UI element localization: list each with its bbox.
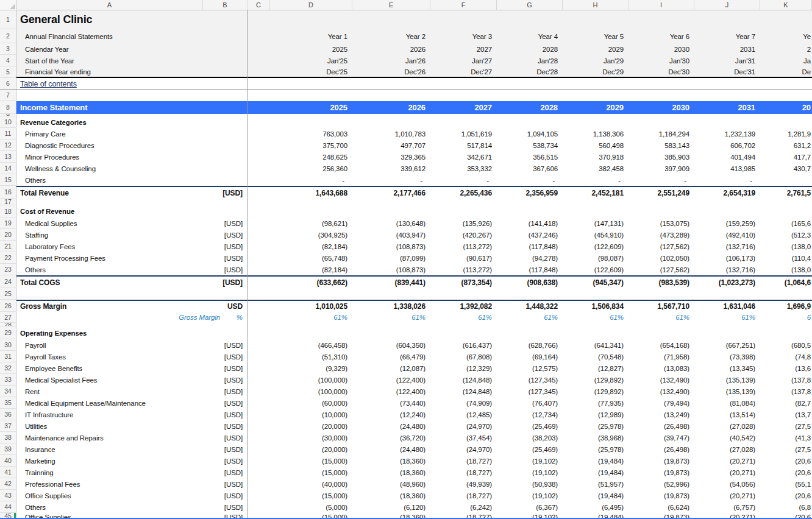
cell-value[interactable]: (25,469) (497, 420, 563, 432)
percent-unit-label[interactable]: % (220, 312, 248, 323)
cell-value[interactable]: (113,272) (430, 241, 497, 252)
cell-value[interactable]: 375,700 (270, 139, 352, 151)
cell-value[interactable]: (633,662) (270, 277, 352, 288)
column-letter[interactable]: G (497, 0, 563, 10)
unit-label[interactable]: [USD] (203, 432, 248, 443)
cell-value[interactable]: (48,960) (352, 478, 430, 490)
cell-value[interactable]: Dec'28 (497, 66, 563, 77)
empty-cell[interactable] (248, 128, 270, 139)
cell-value[interactable]: 1,448,322 (497, 301, 563, 312)
cell-value[interactable]: (6,495) (563, 501, 629, 513)
unit-label[interactable]: [USD] (203, 217, 248, 229)
line-item-label[interactable]: Office Supplies (16, 490, 203, 501)
cell-value[interactable]: 1,010,783 (352, 128, 430, 139)
empty-cell[interactable] (248, 409, 270, 420)
cell-value[interactable]: (19,484) (563, 467, 629, 478)
cell-value[interactable]: (6,242) (430, 501, 497, 513)
cell-value[interactable]: (73,440) (352, 397, 430, 409)
unit-label[interactable]: [USD] (203, 397, 248, 409)
row-number[interactable]: 5 (0, 66, 16, 78)
cell-value[interactable]: Year 1 (270, 29, 352, 43)
line-item-label[interactable]: Medical Supplies (16, 217, 203, 229)
cell-value[interactable]: (18,727) (430, 467, 497, 478)
section-title[interactable]: Income Statement (16, 101, 270, 114)
cell-value[interactable]: (12,734) (497, 409, 563, 420)
cell-value[interactable]: 2,654,319 (694, 187, 760, 199)
cell-value[interactable]: (127,562) (629, 264, 694, 275)
cell-value[interactable]: - (430, 174, 497, 186)
cell-value[interactable]: (81,084) (694, 397, 760, 409)
cell-value[interactable]: (50,938) (497, 478, 563, 490)
column-letter[interactable]: F (430, 0, 497, 10)
cell-value[interactable]: (38,968) (563, 432, 629, 443)
empty-cell[interactable] (248, 139, 270, 151)
total-label[interactable]: Gross Margin (16, 301, 203, 312)
cell-value[interactable]: 1,567,710 (629, 301, 694, 312)
row-number[interactable]: 1 (0, 10, 16, 29)
cell-value[interactable]: 2025 (270, 101, 352, 114)
cell-value[interactable]: (25,978) (563, 443, 629, 455)
cell-value[interactable]: (135,139) (694, 374, 760, 386)
cell-value[interactable]: (19,873) (629, 490, 694, 501)
cell-value[interactable]: Year 4 (497, 29, 563, 43)
column-letter[interactable]: B (203, 0, 248, 10)
cell-value[interactable]: 2028 (497, 101, 563, 114)
cell-value[interactable]: 61% (270, 312, 352, 323)
cell-value[interactable]: (454,910) (563, 229, 629, 241)
cell-value[interactable]: 1,010,025 (270, 301, 352, 312)
row-number[interactable]: 17 (0, 199, 16, 205)
cell-value[interactable]: (19,484) (563, 455, 629, 467)
cell-value[interactable]: (141,418) (497, 217, 563, 229)
cell-value[interactable]: 397,909 (629, 163, 694, 174)
cell-value[interactable]: Jan'26 (352, 55, 430, 66)
cell-value[interactable]: 1,094,105 (497, 128, 563, 139)
cell-value[interactable]: (135,139) (694, 386, 760, 397)
cell-value[interactable]: Dec'31 (694, 66, 760, 77)
cell-value[interactable]: (127,345) (497, 386, 563, 397)
cell-value[interactable]: (49,939) (430, 478, 497, 490)
cell-value[interactable]: (13,7 (760, 409, 812, 420)
cell-value[interactable]: (122,400) (352, 386, 430, 397)
unit-label[interactable]: [USD] (203, 351, 248, 362)
cell-value[interactable]: (132,490) (629, 386, 694, 397)
cell-value[interactable]: (492,410) (694, 229, 760, 241)
unit-label[interactable]: [USD] (203, 409, 248, 420)
line-item-label[interactable]: Payroll Taxes (16, 351, 203, 362)
cell-value[interactable]: (13,083) (629, 362, 694, 374)
cell-value[interactable]: (19,102) (497, 455, 563, 467)
total-label[interactable]: Total COGS (16, 277, 203, 288)
empty-cell[interactable] (248, 229, 270, 241)
unit-label[interactable]: [USD] (203, 264, 248, 275)
empty-cell[interactable] (248, 277, 270, 288)
cell-value[interactable]: (122,609) (563, 264, 629, 275)
cell-value[interactable]: Ye (760, 29, 812, 43)
cell-value[interactable]: (25,978) (563, 420, 629, 432)
cell-value[interactable]: De (760, 66, 812, 77)
cell-value[interactable]: (18,360) (352, 467, 430, 478)
line-item-label[interactable]: Payment Processing Fees (16, 252, 203, 264)
unit-label[interactable]: [USD] (203, 420, 248, 432)
line-item-label[interactable]: Insurance (16, 443, 203, 455)
empty-cell[interactable] (248, 420, 270, 432)
cell-value[interactable]: 339,612 (352, 163, 430, 174)
cell-value[interactable]: 2028 (497, 43, 563, 55)
row-number[interactable]: 23 (0, 264, 16, 275)
empty-cell[interactable] (248, 43, 270, 55)
cell-value[interactable]: (165,6 (760, 217, 812, 229)
cell-value[interactable]: (420,267) (430, 229, 497, 241)
row-number[interactable]: 6 (0, 78, 16, 90)
row-number[interactable]: 15 (0, 174, 16, 186)
line-item-label[interactable]: Minor Procedures (16, 151, 203, 163)
unit-label[interactable]: [USD] (203, 241, 248, 252)
cell-value[interactable]: (12,329) (430, 362, 497, 374)
cell-value[interactable]: (106,173) (694, 252, 760, 264)
row-number[interactable]: 41 (0, 467, 16, 478)
cell-value[interactable]: (18,727) (430, 490, 497, 501)
cell-value[interactable]: 2029 (563, 101, 629, 114)
cell-value[interactable]: Year 5 (563, 29, 629, 43)
cell-value[interactable]: Jan'30 (629, 55, 694, 66)
row-number[interactable]: 37 (0, 420, 16, 432)
cell-value[interactable]: 6 (760, 312, 812, 323)
unit-label[interactable] (203, 151, 248, 163)
empty-cell[interactable] (248, 374, 270, 386)
